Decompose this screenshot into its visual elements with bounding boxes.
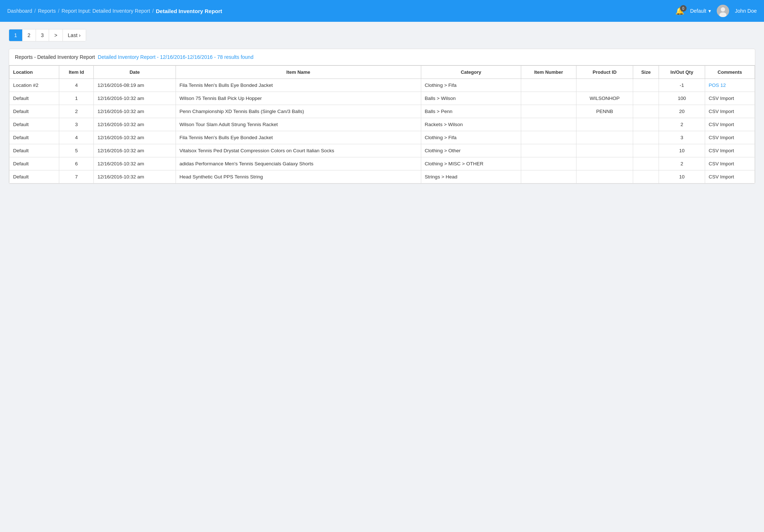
table-row: Default612/16/2016-10:32 amadidas Perfor… xyxy=(9,157,755,170)
breadcrumb-reports[interactable]: Reports xyxy=(38,8,56,14)
cell-product-id xyxy=(576,157,633,170)
cell-in-out-qty: -1 xyxy=(659,79,705,92)
report-header-link[interactable]: Detailed Inventory Report - 12/16/2016-1… xyxy=(98,54,253,60)
report-header-title: Reports - Detailed Inventory Report xyxy=(15,54,95,60)
cell-item-number xyxy=(521,79,576,92)
col-header-product-id: Product ID xyxy=(576,66,633,79)
user-menu-label: Default xyxy=(690,8,706,14)
cell-product-id xyxy=(576,79,633,92)
cell-item-number xyxy=(521,170,576,184)
svg-point-1 xyxy=(721,7,725,12)
cell-date: 12/16/2016-10:32 am xyxy=(94,118,176,131)
cell-date: 12/16/2016-10:32 am xyxy=(94,105,176,118)
avatar[interactable] xyxy=(717,5,729,17)
breadcrumb-dashboard[interactable]: Dashboard xyxy=(7,8,32,14)
cell-item-name: Fila Tennis Men's Bulls Eye Bonded Jacke… xyxy=(176,79,421,92)
report-section: Reports - Detailed Inventory Report Deta… xyxy=(9,49,755,184)
cell-in-out-qty: 10 xyxy=(659,170,705,184)
cell-comments: CSV Import xyxy=(705,92,755,105)
cell-comments: CSV Import xyxy=(705,131,755,144)
pagination: 1 2 3 > Last › xyxy=(9,29,86,41)
cell-date: 12/16/2016-08:19 am xyxy=(94,79,176,92)
cell-date: 12/16/2016-10:32 am xyxy=(94,144,176,157)
breadcrumb-sep-3: / xyxy=(152,8,154,14)
header-right: 🔔 0 Default ▾ John Doe xyxy=(675,5,757,17)
cell-comments: CSV Import xyxy=(705,157,755,170)
cell-item-id: 1 xyxy=(59,92,94,105)
report-table: Location Item Id Date Item Name Category… xyxy=(9,65,755,184)
cell-in-out-qty: 3 xyxy=(659,131,705,144)
cell-location: Default xyxy=(9,105,59,118)
cell-item-id: 4 xyxy=(59,131,94,144)
page-1-button[interactable]: 1 xyxy=(9,29,23,41)
cell-location: Location #2 xyxy=(9,79,59,92)
cell-category: Balls > Wilson xyxy=(421,92,521,105)
cell-category: Clothing > Fifa xyxy=(421,131,521,144)
cell-item-name: Wilson Tour Slam Adult Strung Tennis Rac… xyxy=(176,118,421,131)
notification-bell[interactable]: 🔔 0 xyxy=(675,7,684,15)
table-row: Default512/16/2016-10:32 amVitalsox Tenn… xyxy=(9,144,755,157)
cell-category: Strings > Head xyxy=(421,170,521,184)
cell-date: 12/16/2016-10:32 am xyxy=(94,170,176,184)
page-3-button[interactable]: 3 xyxy=(36,29,49,41)
cell-product-id: WILSONHOP xyxy=(576,92,633,105)
cell-item-name: adidas Performance Men's Tennis Sequenci… xyxy=(176,157,421,170)
chevron-down-icon: ▾ xyxy=(708,8,711,14)
cell-item-number xyxy=(521,131,576,144)
cell-location: Default xyxy=(9,144,59,157)
cell-item-number xyxy=(521,92,576,105)
cell-comments: CSV Import xyxy=(705,144,755,157)
page-2-button[interactable]: 2 xyxy=(23,29,36,41)
cell-item-id: 2 xyxy=(59,105,94,118)
cell-item-id: 3 xyxy=(59,118,94,131)
cell-size xyxy=(633,131,659,144)
col-header-item-number: Item Number xyxy=(521,66,576,79)
cell-category: Clothing > MISC > OTHER xyxy=(421,157,521,170)
cell-size xyxy=(633,118,659,131)
breadcrumb-sep-2: / xyxy=(58,8,59,14)
cell-location: Default xyxy=(9,118,59,131)
cell-size xyxy=(633,79,659,92)
page-next-button[interactable]: > xyxy=(49,29,63,41)
cell-item-name: Vitalsox Tennis Ped Drystat Compression … xyxy=(176,144,421,157)
cell-size xyxy=(633,157,659,170)
breadcrumb-sep-1: / xyxy=(35,8,36,14)
cell-location: Default xyxy=(9,157,59,170)
cell-item-id: 7 xyxy=(59,170,94,184)
col-header-in-out-qty: In/Out Qty xyxy=(659,66,705,79)
cell-location: Default xyxy=(9,170,59,184)
cell-product-id: PENNB xyxy=(576,105,633,118)
breadcrumb-current: Detailed Inventory Report xyxy=(156,8,222,14)
col-header-location: Location xyxy=(9,66,59,79)
cell-size xyxy=(633,105,659,118)
cell-item-number xyxy=(521,144,576,157)
main-content: 1 2 3 > Last › Reports - Detailed Invent… xyxy=(0,22,764,191)
cell-in-out-qty: 100 xyxy=(659,92,705,105)
cell-item-id: 5 xyxy=(59,144,94,157)
col-header-item-id: Item Id xyxy=(59,66,94,79)
cell-size xyxy=(633,92,659,105)
col-header-size: Size xyxy=(633,66,659,79)
app-header: Dashboard / Reports / Report Input: Deta… xyxy=(0,0,764,22)
cell-item-id: 6 xyxy=(59,157,94,170)
page-last-button[interactable]: Last › xyxy=(63,29,86,41)
cell-comments[interactable]: POS 12 xyxy=(705,79,755,92)
cell-in-out-qty: 2 xyxy=(659,157,705,170)
col-header-category: Category xyxy=(421,66,521,79)
table-row: Default312/16/2016-10:32 amWilson Tour S… xyxy=(9,118,755,131)
cell-comments: CSV Import xyxy=(705,118,755,131)
cell-item-number xyxy=(521,157,576,170)
table-row: Default212/16/2016-10:32 amPenn Champion… xyxy=(9,105,755,118)
cell-item-number xyxy=(521,105,576,118)
breadcrumb-report-input[interactable]: Report Input: Detailed Inventory Report xyxy=(61,8,150,14)
cell-location: Default xyxy=(9,92,59,105)
cell-category: Balls > Penn xyxy=(421,105,521,118)
cell-date: 12/16/2016-10:32 am xyxy=(94,157,176,170)
cell-in-out-qty: 20 xyxy=(659,105,705,118)
table-row: Location #2412/16/2016-08:19 amFila Tenn… xyxy=(9,79,755,92)
report-header: Reports - Detailed Inventory Report Deta… xyxy=(9,49,755,65)
cell-category: Rackets > Wilson xyxy=(421,118,521,131)
user-menu[interactable]: Default ▾ xyxy=(690,8,711,14)
cell-product-id xyxy=(576,131,633,144)
col-header-comments: Comments xyxy=(705,66,755,79)
